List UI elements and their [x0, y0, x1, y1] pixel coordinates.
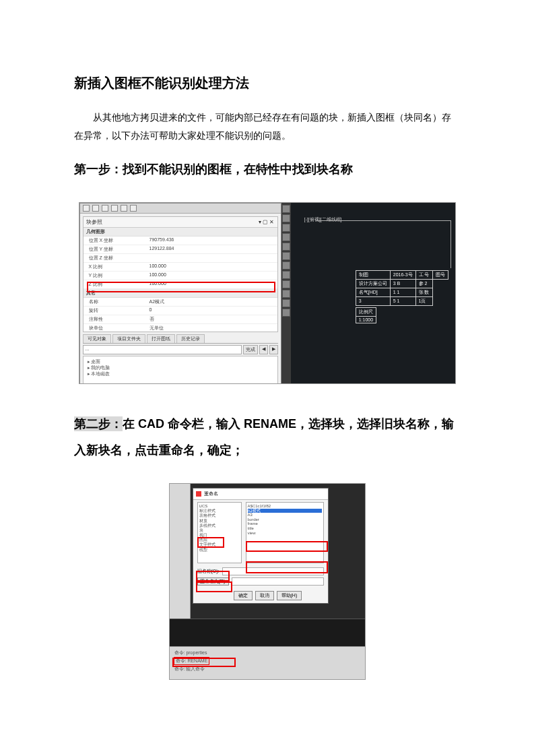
step1-heading: 第一步：找到不能识别的图框，在特性中找到块名称: [74, 156, 460, 183]
app-icon: [196, 491, 201, 497]
dialog-button[interactable]: 确定: [234, 591, 253, 600]
dialog-title: 重命名: [204, 491, 218, 497]
group-misc: 其它: [84, 289, 277, 298]
dialog-button[interactable]: 取消: [255, 591, 274, 600]
step2-heading: 第二步：在 CAD 命令栏，输入 RENAME，选择块，选择旧块名称，输入新块名…: [74, 411, 460, 464]
screenshot-properties-panel: 块参照 ▾ ▢ ✕ 几何图形 位置 X 坐标790759.436位置 Y 坐标1…: [79, 202, 456, 384]
dialog-button[interactable]: 帮助(H): [277, 591, 302, 600]
page-title: 新插入图框不能识别处理方法: [74, 74, 460, 92]
screenshot-rename-dialog: 重命名 UCS标注样式表格样式材质多线样式块视口图层文字样式线型 A$C1c1f…: [169, 483, 366, 680]
intro-paragraph: 从其他地方拷贝进来的文件，可能内部已经存在有问题的块，新插入图框（块同名）存在异…: [74, 108, 460, 144]
rename-dialog: 重命名 UCS标注样式表格样式材质多线样式块视口图层文字样式线型 A$C1c1f…: [193, 488, 329, 604]
step2-highlight: 第二步：: [74, 416, 123, 431]
panel-head: 块参照: [86, 218, 102, 226]
group-geometry: 几何图形: [84, 228, 277, 237]
rename-to-button[interactable]: 重命名为(R):: [197, 577, 230, 586]
